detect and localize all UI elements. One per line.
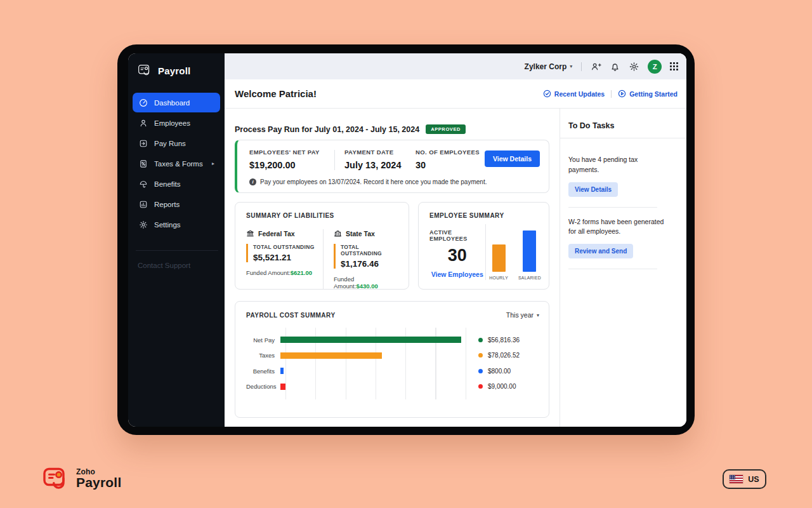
chevron-down-icon: ▾ xyxy=(537,312,539,318)
summary-cards-row: SUMMARY OF LIABILITIES Federal TaxTOTAL … xyxy=(235,202,549,290)
app-screen: Payroll DashboardEmployeesPay RunsTaxes … xyxy=(128,53,686,427)
chart-category-label: Net Pay xyxy=(246,337,280,344)
chart-legend-item: $800.00 xyxy=(478,368,511,375)
outstanding-value: $5,521.21 xyxy=(253,253,323,262)
legend-value: $78,026.52 xyxy=(488,352,520,359)
main-area: Zylker Corp ▾ Z Welcome Patricia! Recent… xyxy=(225,53,686,427)
chart-legend-item: $56,816.36 xyxy=(478,337,520,344)
sidebar-item-label: Benefits xyxy=(154,180,181,188)
view-details-button[interactable]: View Details xyxy=(485,150,540,167)
payrun-field-label: NO. OF EMPLOYEES xyxy=(416,149,481,156)
payrun-field-value: July 13, 2024 xyxy=(344,160,416,170)
chart-legend-item: $9,000.00 xyxy=(478,383,516,390)
gauge-icon xyxy=(139,98,148,107)
org-switcher[interactable]: Zylker Corp ▾ xyxy=(525,62,573,71)
chevron-right-icon: ▸ xyxy=(212,161,214,166)
sidebar-item-label: Dashboard xyxy=(154,99,190,107)
view-employees-link[interactable]: View Employees xyxy=(431,271,483,278)
payroll-card-icon xyxy=(138,64,152,77)
region-selector[interactable]: US xyxy=(723,469,766,489)
add-user-icon[interactable] xyxy=(591,62,601,72)
chart-category-label: Benefits xyxy=(246,368,280,375)
person-icon xyxy=(139,119,148,128)
payrun-field: PAYMENT DATEJuly 13, 2024 xyxy=(344,149,416,170)
sidebar-item-dashboard[interactable]: Dashboard xyxy=(133,93,220,112)
tax-percent-icon xyxy=(139,159,148,168)
avatar[interactable]: Z xyxy=(648,60,662,74)
outstanding-label: TOTAL OUTSTANDING xyxy=(253,244,323,250)
app-logo: Payroll xyxy=(128,53,225,77)
refresh-check-icon xyxy=(543,90,551,98)
sidebar-item-employees[interactable]: Employees xyxy=(133,113,220,133)
zoho-payroll-logo: Zoho Payroll xyxy=(43,465,121,492)
settings-icon[interactable] xyxy=(629,62,639,72)
sidebar-item-reports[interactable]: Reports xyxy=(133,194,220,214)
chart-bar xyxy=(280,384,285,390)
bar-hourly xyxy=(492,244,506,272)
todo-task: W-2 forms have been generated for all em… xyxy=(568,217,678,259)
contact-support-link[interactable]: Contact Support xyxy=(138,262,225,269)
topbar-separator xyxy=(581,62,582,71)
region-label: US xyxy=(748,475,759,484)
todo-task: You have 4 pending tax payments.View Det… xyxy=(568,155,678,197)
task-divider xyxy=(568,207,657,208)
legend-dot xyxy=(478,353,483,358)
apps-grid-icon[interactable] xyxy=(670,62,678,70)
sidebar-item-label: Settings xyxy=(154,221,181,229)
payrun-field-value: $19,200.00 xyxy=(249,160,334,170)
sidebar-item-label: Pay Runs xyxy=(154,140,186,147)
chart-bar-track xyxy=(280,384,461,390)
chart-bar-track xyxy=(280,337,461,343)
notifications-icon[interactable] xyxy=(610,62,620,72)
chart-category-label: Deductions xyxy=(246,383,280,390)
chart-category-label: Taxes xyxy=(246,352,280,359)
employee-summary-card: EMPLOYEE SUMMARY ACTIVE EMPLOYEES 30 Vie… xyxy=(418,202,549,290)
liability-name-label: Federal Tax xyxy=(258,230,295,237)
chart-row: Net Pay$56,816.36 xyxy=(246,332,539,348)
active-employees-count: 30 xyxy=(448,246,467,265)
payrun-field: NO. OF EMPLOYEES30 xyxy=(416,149,481,170)
todo-task-text: You have 4 pending tax payments. xyxy=(568,155,669,175)
legend-value: $800.00 xyxy=(488,368,511,375)
header-link-label: Recent Updates xyxy=(554,90,605,98)
outstanding-block: TOTAL OUTSTANDING$5,521.21 xyxy=(246,244,323,262)
payrun-title-row: Process Pay Run for July 01, 2024 - July… xyxy=(235,124,549,134)
legend-value: $9,000.00 xyxy=(488,383,516,390)
legend-dot xyxy=(478,384,483,389)
employee-split-bar: SALARIED xyxy=(518,231,541,280)
header-link-getting-started[interactable]: Getting Started xyxy=(618,90,678,98)
dashboard-content: Process Pay Run for July 01, 2024 - July… xyxy=(225,109,560,427)
vertical-divider xyxy=(485,224,486,280)
sidebar-item-settings[interactable]: Settings xyxy=(133,215,220,234)
payrun-icon xyxy=(139,139,148,148)
umbrella-icon xyxy=(139,180,148,189)
chart-period-filter[interactable]: This year ▾ xyxy=(506,311,539,319)
liability-column: State TaxTOTAL OUTSTANDING$1,176.46Funde… xyxy=(323,229,400,290)
todo-action-button[interactable]: View Details xyxy=(568,182,618,197)
payrun-note: i Pay your employees on 13/07/2024. Reco… xyxy=(249,178,540,185)
employee-summary-body: ACTIVE EMPLOYEES 30 View Employees HOURL… xyxy=(429,223,541,289)
sidebar-item-pay-runs[interactable]: Pay Runs xyxy=(133,133,220,153)
employee-split-chart: HOURLYSALARIED xyxy=(489,223,541,289)
header-links: Recent UpdatesGetting Started xyxy=(543,90,678,98)
payrun-card: EMPLOYEES' NET PAY$19,200.00PAYMENT DATE… xyxy=(235,140,549,193)
outstanding-block: TOTAL OUTSTANDING$1,176.46 xyxy=(334,244,400,269)
sidebar-item-taxes-forms[interactable]: Taxes & Forms▸ xyxy=(133,154,220,173)
liabilities-title: SUMMARY OF LIABILITIES xyxy=(246,212,400,219)
legend-dot xyxy=(478,369,483,373)
chart-bar-track xyxy=(280,352,461,359)
header-link-recent-updates[interactable]: Recent Updates xyxy=(543,90,605,98)
panel-divider xyxy=(560,138,686,138)
todo-action-button[interactable]: Review and Send xyxy=(568,244,633,258)
brand-bottom: Payroll xyxy=(76,475,121,490)
sidebar-item-benefits[interactable]: Benefits xyxy=(133,174,220,194)
liabilities-columns: Federal TaxTOTAL OUTSTANDING$5,521.21Fun… xyxy=(246,229,400,290)
zoho-logo-icon xyxy=(43,465,70,492)
us-flag-icon xyxy=(730,475,743,483)
chart-bar xyxy=(280,337,461,343)
liability-name: State Tax xyxy=(334,229,400,237)
chart-row: Benefits$800.00 xyxy=(246,363,539,379)
header-link-label: Getting Started xyxy=(629,90,678,98)
zoho-logo-text: Zoho Payroll xyxy=(76,467,121,490)
liability-name: Federal Tax xyxy=(246,229,323,237)
